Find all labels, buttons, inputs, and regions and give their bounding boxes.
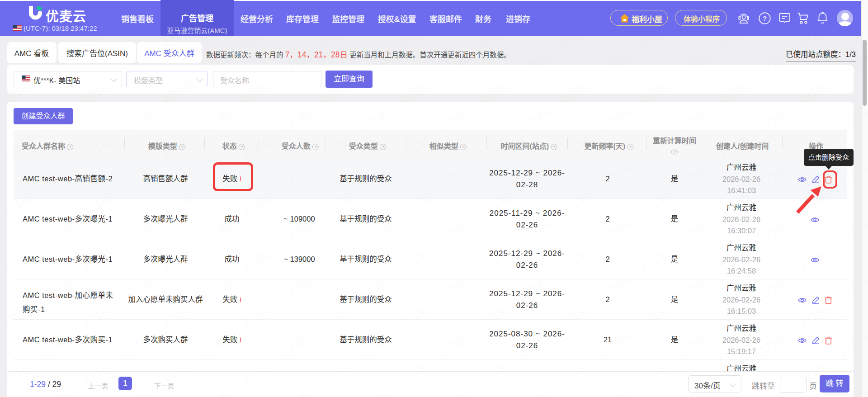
svg-text:?: ?: [763, 14, 767, 22]
